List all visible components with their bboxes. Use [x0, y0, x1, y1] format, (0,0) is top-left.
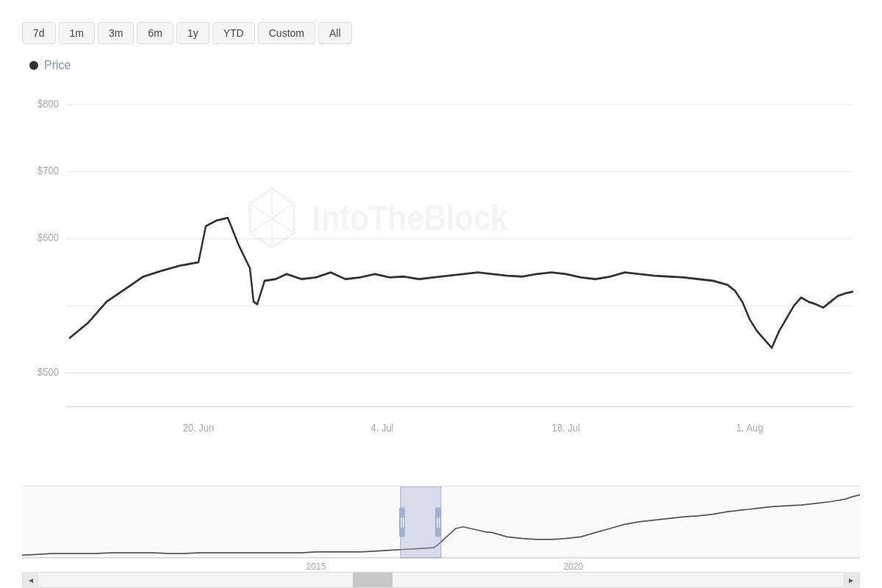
svg-text:$700: $700 — [37, 164, 59, 176]
scroll-track[interactable] — [39, 573, 843, 587]
btn-custom[interactable]: Custom — [258, 22, 315, 44]
btn-3m[interactable]: 3m — [98, 22, 134, 44]
btn-6m[interactable]: 6m — [137, 22, 173, 44]
scroll-thumb[interactable] — [353, 573, 393, 587]
scrollbar: ◄ ► — [22, 572, 860, 588]
svg-text:2020: 2020 — [564, 560, 584, 570]
mini-chart: 2015 2020 — [22, 486, 860, 570]
svg-text:$500: $500 — [37, 365, 59, 378]
chart-legend: Price — [29, 59, 860, 72]
legend-label: Price — [44, 59, 71, 72]
svg-text:$800: $800 — [37, 97, 59, 110]
svg-rect-23 — [435, 508, 441, 537]
svg-text:18. Jul: 18. Jul — [552, 422, 580, 434]
btn-1m[interactable]: 1m — [59, 22, 95, 44]
legend-dot — [29, 61, 38, 70]
btn-7d[interactable]: 7d — [22, 22, 56, 44]
svg-text:$600: $600 — [37, 232, 59, 244]
svg-text:20. Jun: 20. Jun — [183, 422, 215, 434]
svg-text:IntoTheBlock: IntoTheBlock — [312, 198, 509, 238]
btn-1y[interactable]: 1y — [176, 22, 209, 44]
svg-rect-21 — [401, 487, 441, 558]
time-range-bar: 7d 1m 3m 6m 1y YTD Custom All — [22, 22, 860, 44]
chart-wrapper: $800 $700 $600 $500 20. Jun 4. Jul 18. J… — [22, 79, 860, 588]
svg-rect-22 — [399, 508, 405, 537]
svg-text:1. Aug: 1. Aug — [736, 422, 764, 434]
btn-all[interactable]: All — [318, 22, 352, 44]
main-container: 7d 1m 3m 6m 1y YTD Custom All Price — [0, 0, 882, 588]
scroll-left-button[interactable]: ◄ — [23, 572, 39, 588]
svg-text:2015: 2015 — [306, 560, 326, 570]
btn-ytd[interactable]: YTD — [212, 22, 255, 44]
main-chart: $800 $700 $600 $500 20. Jun 4. Jul 18. J… — [22, 79, 860, 482]
scroll-right-button[interactable]: ► — [843, 572, 859, 588]
svg-text:4. Jul: 4. Jul — [370, 422, 393, 434]
